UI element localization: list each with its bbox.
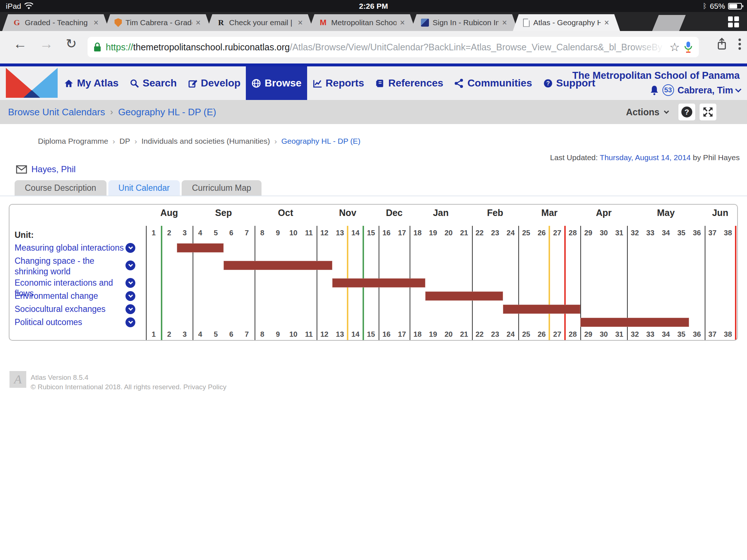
url-text[interactable]: https://themetropolitanschool.rubiconatl… [106,42,666,53]
unit-link[interactable]: Measuring global interactions [15,243,124,253]
tab-course-description[interactable]: Course Description [15,180,107,196]
week-number-top: 4 [192,229,208,237]
share-icon[interactable] [716,38,727,51]
course-tabs: Course DescriptionUnit CalendarCurriculu… [15,180,262,196]
notifications-bell-icon[interactable] [650,85,659,95]
nav-item-label: Search [143,77,177,89]
close-tab-icon[interactable]: × [400,18,405,28]
week-number-top: 21 [456,229,472,237]
close-tab-icon[interactable]: × [298,18,303,28]
month-label-aug: Aug [146,208,193,219]
support-icon: ? [543,78,553,88]
bluetooth-icon: ᛒ [703,2,707,10]
unit-gantt-bar[interactable] [503,305,581,314]
week-number-bottom: 24 [503,330,519,339]
browser-tab-1[interactable]: GGraded - Teaching an× [2,14,109,31]
unit-expand-chevron-icon[interactable] [125,291,135,301]
bookmark-star-icon[interactable]: ☆ [669,40,680,54]
week-number-bottom: 26 [534,330,550,339]
tab-title: Tim Cabrera - Graded [125,18,192,27]
unit-gantt-bar[interactable] [425,291,503,301]
actions-dropdown[interactable]: Actions [626,107,667,117]
week-number-bottom: 13 [332,330,348,339]
reload-button[interactable]: ↻ [66,36,77,51]
browser-menu-icon[interactable] [738,38,741,50]
new-tab-button[interactable] [652,15,686,31]
unit-gantt-bar[interactable] [332,278,425,287]
notification-count-badge[interactable]: 53 [662,84,674,96]
url-host: themetropolitanschool.rubiconatlas.org [133,42,290,52]
last-updated-date-link[interactable]: Thursday, August 14, 2014 [600,153,690,162]
close-tab-icon[interactable]: × [196,18,201,28]
week-number-top: 27 [549,229,565,237]
close-tab-icon[interactable]: × [604,18,609,28]
browser-tab-6[interactable]: Atlas - Geography HL× [513,14,620,31]
close-tab-icon[interactable]: × [502,18,507,28]
month-label-feb: Feb [472,208,519,219]
user-menu[interactable]: Cabrera, Tim [678,85,740,96]
fullscreen-button[interactable] [700,104,716,120]
unit-link[interactable]: Political outcomes [15,317,124,328]
close-tab-icon[interactable]: × [94,18,98,28]
nav-item-browse[interactable]: Browse [246,66,307,100]
references-icon [375,78,385,88]
unit-link[interactable]: Changing space - the shrinking world [15,256,124,277]
nav-item-develop[interactable]: Develop [182,66,246,100]
nav-item-communities[interactable]: Communities [449,66,537,100]
breadcrumb-course[interactable]: Geography HL - DP (E) [118,107,216,118]
browser-tab-2[interactable]: Tim Cabrera - Graded× [104,14,212,31]
tab-unit-calendar[interactable]: Unit Calendar [108,180,180,196]
crumb-dp[interactable]: DP [120,137,130,146]
email-envelope-icon[interactable] [16,165,27,174]
atlas-navbar: My AtlasSearchDevelopBrowseReportsRefere… [0,66,747,100]
unit-gantt-bar[interactable] [580,318,689,327]
atlas-logo[interactable] [4,68,59,99]
help-button[interactable]: ? [678,104,695,120]
month-label-nov: Nov [317,208,379,219]
week-number-bottom: 10 [285,330,301,339]
browser-tab-5[interactable]: Sign In - Rubicon Inter× [411,14,518,31]
browser-tab-3[interactable]: RCheck your email | Ru× [206,14,314,31]
unit-gantt-bar[interactable] [177,243,224,252]
nav-item-reports[interactable]: Reports [307,66,370,100]
crumb-course[interactable]: Geography HL - DP (E) [281,137,360,146]
week-number-top: 33 [642,229,658,237]
unit-expand-chevron-icon[interactable] [125,260,135,270]
voice-search-mic-icon[interactable] [684,41,693,53]
month-label-jun: Jun [705,208,736,219]
week-number-top: 26 [534,229,550,237]
week-number-top: 8 [254,229,270,237]
week-number-bottom: 32 [627,330,643,339]
nav-item-my-atlas[interactable]: My Atlas [58,66,124,100]
page-toolbar: Browse Unit Calendars › Geography HL - D… [0,100,747,124]
back-button[interactable]: ← [13,36,27,52]
unit-expand-chevron-icon[interactable] [125,278,135,288]
week-number-bottom: 12 [316,330,332,339]
week-number-top: 12 [316,229,332,237]
browser-tab-4[interactable]: MMetropolitan School o× [309,14,416,31]
teacher-link[interactable]: Hayes, Phil [31,164,76,174]
unit-expand-chevron-icon[interactable] [125,304,135,314]
nav-item-search[interactable]: Search [124,66,182,100]
unit-link[interactable]: Sociocultural exchanges [15,304,124,314]
week-number-bottom: 25 [518,330,534,339]
nav-item-references[interactable]: References [369,66,449,100]
unit-gantt-bar[interactable] [224,261,332,270]
breadcrumb-browse-unit-calendars[interactable]: Browse Unit Calendars [8,107,105,118]
crumb-subject[interactable]: Individuals and societies (Humanities) [142,137,270,146]
privacy-policy-link[interactable]: Privacy Policy [183,383,227,391]
unit-link[interactable]: Environmental change [15,291,124,301]
tab-overview-icon[interactable] [728,16,739,27]
week-number-bottom: 37 [704,330,720,339]
tab-curriculum-map[interactable]: Curriculum Map [182,180,261,196]
crumb-programme[interactable]: Diploma Programme [38,137,108,146]
forward-button[interactable]: → [39,36,53,52]
unit-calendar-chart: AugSepOctNovDecJanFebMarAprMayJun1122334… [9,204,738,341]
week-number-bottom: 21 [456,330,472,339]
week-number-bottom: 20 [441,330,457,339]
gmail-favicon: M [319,18,328,27]
week-number-bottom: 19 [425,330,441,339]
address-bar[interactable]: https://themetropolitanschool.rubiconatl… [88,37,699,57]
unit-expand-chevron-icon[interactable] [125,317,135,327]
unit-expand-chevron-icon[interactable] [125,243,135,253]
